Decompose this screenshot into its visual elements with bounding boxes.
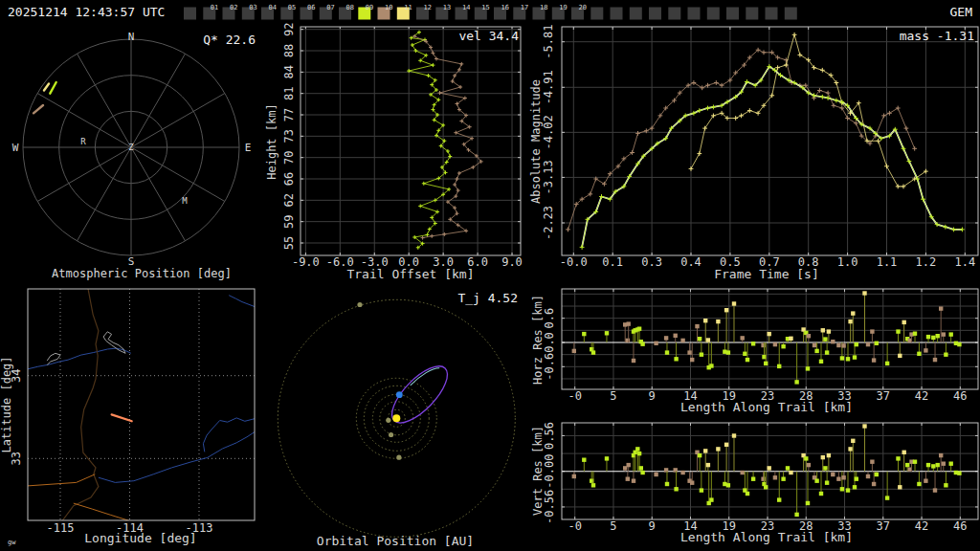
residual-marker (674, 357, 678, 361)
y-tick-label: -2.23 (542, 206, 555, 240)
residual-marker (846, 488, 850, 492)
ground-track-map: -115-114-1133433 (10, 289, 256, 535)
height-axis-label: Height [km] (265, 103, 278, 179)
frame-box-25[interactable] (668, 8, 680, 20)
residual-marker (761, 343, 765, 347)
road-line (74, 503, 129, 520)
residual-marker (690, 481, 694, 485)
horizontal-residuals-plot: -05914192328333742460.60.0-0.6 (543, 289, 978, 403)
residual-marker (709, 364, 713, 367)
frame-box-22[interactable] (611, 8, 623, 20)
residual-marker (939, 453, 943, 457)
frame-box-number: 01 (211, 4, 218, 11)
vertical-residuals-plot: -05914192328333742460.56-0.00-0.56 (543, 422, 978, 533)
x-tick-label: -0 (568, 519, 581, 533)
length-along-trail-label-1: Length Along Trail [km] (680, 400, 853, 414)
frame-box-26[interactable] (688, 8, 701, 20)
residual-marker (632, 479, 635, 483)
residual-marker (836, 477, 840, 481)
residual-marker (761, 477, 765, 481)
residual-marker (944, 353, 947, 357)
residual-marker (690, 358, 694, 362)
y-tick-label: 81 (282, 86, 296, 99)
residual-marker (885, 496, 889, 499)
watermark: gw (8, 539, 16, 546)
residual-marker (777, 364, 781, 368)
frame-box-27[interactable] (707, 8, 720, 20)
residual-marker (936, 334, 940, 338)
frame-box-28[interactable] (726, 8, 739, 20)
frame-box-30[interactable] (766, 8, 778, 20)
residual-marker (931, 336, 935, 340)
residual-marker (866, 342, 870, 346)
frame-box-number: 03 (249, 4, 256, 11)
residual-marker (746, 358, 749, 362)
planet-dot (389, 432, 393, 437)
residual-marker (807, 334, 811, 338)
x-tick-label: 0.4 (680, 255, 702, 269)
residual-marker (732, 433, 736, 437)
frame-box-number: 09 (366, 4, 373, 11)
frame-box-number: 13 (443, 4, 451, 11)
river-line (203, 418, 255, 452)
frame-box-number: 05 (288, 4, 296, 11)
y-tick-label: 73 (282, 129, 296, 143)
residual-marker (789, 337, 792, 341)
light-curve-plot: -0.00.10.30.40.50.70.81.01.11.21.4-5.81-… (542, 25, 978, 269)
frame-box-24[interactable] (649, 8, 661, 20)
residual-marker (855, 342, 858, 346)
frame-box-0[interactable] (184, 8, 196, 20)
river-line (28, 348, 131, 369)
residual-marker (626, 339, 630, 342)
residual-marker (848, 320, 852, 323)
frame-box-number: 17 (521, 4, 528, 11)
residual-marker (640, 471, 644, 474)
residual-marker (933, 358, 937, 362)
residual-marker (804, 456, 808, 460)
orbital-position-plot (278, 299, 515, 537)
x-tick-label: 1.0 (837, 255, 858, 269)
x-tick-label: -0.0 (560, 255, 588, 269)
frame-box-21[interactable] (590, 8, 603, 20)
y-tick-label: 70 (282, 150, 296, 164)
residual-marker (664, 336, 668, 340)
frame-box-23[interactable] (630, 8, 642, 20)
residual-marker (698, 453, 702, 457)
frame-box-29[interactable] (746, 8, 758, 20)
frame-box-number: 18 (540, 4, 547, 11)
plot-frame (301, 27, 521, 255)
y-tick-label: 62 (282, 193, 296, 207)
residual-marker (768, 466, 771, 470)
x-tick-label: 46 (953, 389, 967, 403)
residual-marker (851, 311, 855, 315)
residual-marker (781, 477, 785, 481)
residual-marker (781, 344, 785, 348)
residual-marker (823, 466, 827, 470)
y-tick-label: 0.0 (543, 332, 556, 353)
frame-selector-bar[interactable]: 0102030405060708091011121314151617181920 (184, 4, 797, 20)
mass-value: mass -1.31 (900, 29, 974, 43)
residual-marker (885, 362, 889, 365)
residual-marker (831, 340, 835, 343)
x-tick-label: 0.1 (602, 255, 623, 269)
x-tick-label: 37 (877, 389, 890, 403)
y-tick-label: -3.13 (542, 160, 555, 194)
latitude-axis-label: Latitude [deg] (0, 356, 13, 452)
residual-marker (786, 466, 790, 470)
residual-marker (773, 342, 777, 346)
residual-marker (572, 349, 576, 353)
map-features (28, 289, 256, 521)
residual-marker (627, 321, 631, 325)
x-tick-label: 1.1 (877, 255, 898, 269)
residual-marker (851, 439, 855, 443)
residual-marker (695, 324, 699, 328)
shower-code-label: GEM (950, 5, 973, 19)
frame-box-31[interactable] (785, 8, 797, 20)
residual-marker (827, 453, 831, 457)
residual-marker (957, 342, 961, 346)
residual-marker (905, 463, 909, 467)
x-tick-label: 9 (649, 389, 656, 403)
y-tick-label: -0.6 (543, 353, 556, 381)
residual-marker (862, 424, 866, 428)
residual-marker (764, 485, 768, 489)
